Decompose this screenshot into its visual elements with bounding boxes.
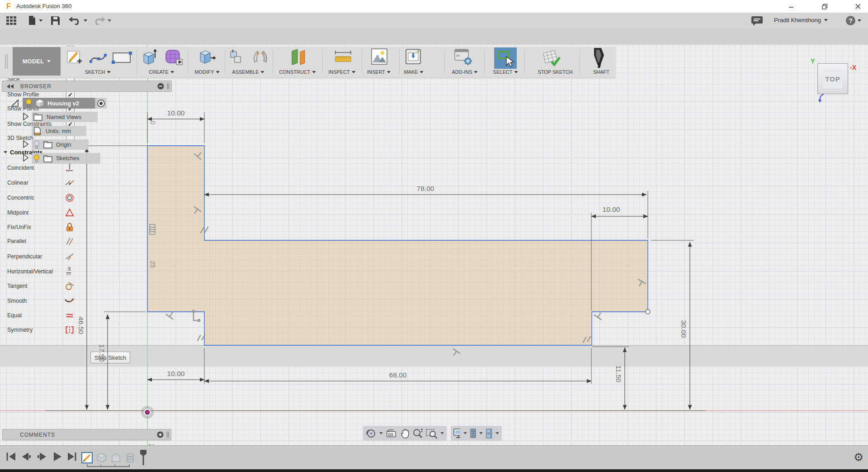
root-node-label[interactable]: Housing v2	[47, 100, 79, 107]
stop-sketch-ribbon-button[interactable]	[542, 48, 562, 69]
display-settings-icon[interactable]	[453, 429, 460, 439]
user-account-menu[interactable]: Pradit Khemthong	[774, 17, 828, 24]
ribbon-group-sketch[interactable]: SKETCH	[85, 68, 111, 76]
tree-item-named-views[interactable]: Named Views	[32, 112, 98, 122]
dim-bottom-notch[interactable]: 10.00	[167, 370, 185, 377]
tree-expand-icon[interactable]	[23, 113, 28, 120]
addins-button[interactable]: >-	[454, 48, 474, 67]
activate-component-radio[interactable]	[95, 98, 107, 109]
go-to-end-icon[interactable]	[68, 452, 77, 462]
extrude-button[interactable]	[141, 48, 157, 68]
visibility-bulb-off-icon[interactable]	[33, 140, 40, 149]
dim-left-step-height[interactable]: 17.50	[98, 344, 106, 362]
timeline-position-marker[interactable]	[139, 450, 147, 466]
workspace-switcher[interactable]: MODEL	[13, 47, 61, 76]
dim-left-total-height[interactable]: 46.50	[77, 317, 85, 334]
ribbon-stop-sketch-label[interactable]: STOP SKETCH	[538, 68, 572, 76]
play-icon[interactable]	[53, 452, 62, 462]
collapse-panel-icon[interactable]	[7, 84, 14, 89]
dim-overall-width[interactable]: 78.00	[417, 185, 434, 192]
create-form-button[interactable]	[165, 48, 184, 68]
ribbon-group-inspect[interactable]: INSPECT	[328, 68, 355, 76]
viewcube-face-label[interactable]: TOP	[825, 75, 840, 83]
panel-grip-icon[interactable]	[167, 83, 170, 90]
tree-item-sketches[interactable]: Sketches	[32, 153, 100, 164]
panel-expand-circle-icon[interactable]	[157, 431, 164, 438]
visibility-bulb-on-icon[interactable]	[25, 99, 32, 108]
grid-snap-icon[interactable]	[470, 429, 476, 439]
look-at-icon[interactable]	[386, 429, 397, 438]
undo-dropdown-arrow-icon[interactable]	[84, 19, 87, 22]
sketch-point[interactable]	[646, 310, 650, 314]
tree-expand-icon[interactable]	[23, 140, 28, 148]
spline-tool-button[interactable]	[89, 50, 108, 67]
preferences-gear-icon[interactable]: ⚙	[854, 452, 863, 463]
step-back-icon[interactable]	[21, 452, 31, 462]
select-tool-button[interactable]	[494, 48, 517, 69]
tree-expand-root-icon[interactable]	[11, 98, 19, 107]
ribbon-shaft-label[interactable]: SHAFT	[593, 68, 609, 76]
ribbon-group-create[interactable]: CREATE	[149, 68, 174, 76]
go-to-start-icon[interactable]	[6, 452, 15, 462]
ribbon-group-make[interactable]: MAKE	[404, 68, 423, 76]
ribbon-group-modify[interactable]: MODIFY	[195, 68, 220, 76]
close-button[interactable]	[852, 2, 864, 11]
browser-root-node[interactable]: Housing v2	[23, 98, 97, 109]
ribbon-group-addins[interactable]: ADD-INS	[452, 68, 477, 76]
joint-button[interactable]	[251, 48, 270, 67]
zoom-icon[interactable]	[412, 428, 423, 439]
visibility-bulb-on-icon[interactable]	[33, 154, 40, 163]
ribbon-group-insert[interactable]: INSERT	[367, 68, 391, 76]
redo-button[interactable]	[93, 16, 111, 25]
timeline-feature-suppressed[interactable]	[125, 452, 136, 463]
dim-right-step-height[interactable]: 11.50	[615, 365, 623, 382]
browser-panel-header[interactable]: BROWSER	[2, 81, 172, 92]
step-forward-icon[interactable]	[37, 452, 47, 462]
tree-item-units[interactable]: Units: mm	[32, 126, 86, 136]
viewports-icon[interactable]	[486, 429, 492, 439]
viewcube[interactable]: TOP	[817, 63, 848, 94]
insert-image-button[interactable]	[371, 48, 388, 67]
ribbon-group-assemble[interactable]: ASSEMBLE	[232, 68, 264, 76]
dim-right-height[interactable]: 30.00	[680, 320, 688, 338]
file-menu-button[interactable]	[28, 15, 42, 25]
file-dropdown-arrow-icon[interactable]	[39, 19, 42, 22]
panel-collapse-circle-icon[interactable]	[157, 83, 164, 90]
dim-top-notch[interactable]: 10.00	[167, 109, 185, 117]
redo-dropdown-arrow-icon[interactable]	[108, 19, 111, 22]
timeline-feature-suppressed[interactable]	[110, 452, 122, 463]
panel-grip-icon[interactable]	[166, 431, 169, 438]
undo-button[interactable]	[69, 16, 87, 25]
ribbon-group-select[interactable]: SELECT	[493, 68, 518, 76]
pan-hand-icon[interactable]	[400, 428, 410, 439]
orbit-dropdown-arrow-icon[interactable]	[379, 432, 383, 434]
dim-bottom-width[interactable]: 68.00	[389, 371, 407, 379]
save-button[interactable]	[51, 16, 60, 27]
zoom-window-icon[interactable]	[426, 428, 437, 439]
ribbon-group-construct[interactable]: CONSTRUCT	[279, 68, 316, 76]
job-status-button[interactable]	[751, 16, 763, 28]
timeline-feature-suppressed[interactable]	[96, 452, 107, 463]
make-button[interactable]	[405, 48, 421, 67]
app-grid-menu-button[interactable]	[6, 16, 17, 27]
tree-expand-icon[interactable]	[23, 154, 28, 162]
grid-dropdown-arrow-icon[interactable]	[479, 432, 483, 434]
comments-panel-header[interactable]: COMMENTS	[2, 429, 171, 440]
help-menu[interactable]: ?	[846, 16, 861, 25]
timeline-sketch-feature[interactable]	[81, 452, 93, 463]
create-sketch-button[interactable]	[66, 48, 83, 67]
shaft-addin-button[interactable]	[590, 47, 609, 70]
viewports-dropdown-arrow-icon[interactable]	[495, 432, 499, 434]
zoom-dropdown-arrow-icon[interactable]	[440, 432, 444, 434]
tree-item-origin[interactable]: Origin	[32, 139, 89, 150]
sketch-profile[interactable]	[147, 146, 648, 345]
construct-plane-button[interactable]	[289, 48, 307, 68]
sketch-origin-point[interactable]	[141, 406, 154, 419]
ribbon-grip[interactable]	[5, 48, 8, 75]
display-dropdown-arrow-icon[interactable]	[463, 432, 467, 434]
restore-button[interactable]	[818, 2, 831, 11]
perpendicular-glyph[interactable]	[450, 349, 460, 358]
press-pull-button[interactable]	[198, 48, 216, 67]
dim-right-notch[interactable]: 10.00	[603, 205, 620, 213]
measure-button[interactable]	[335, 50, 352, 66]
